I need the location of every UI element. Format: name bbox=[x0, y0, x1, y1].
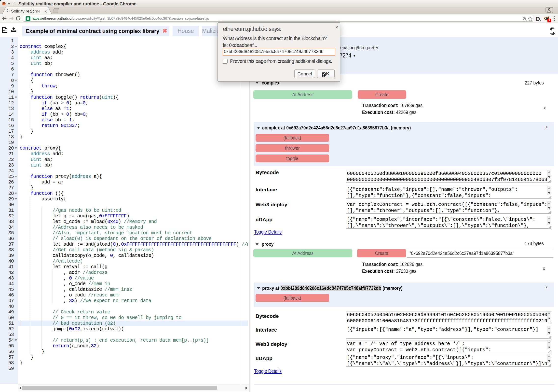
svg-text:</>: </> bbox=[3, 29, 6, 32]
